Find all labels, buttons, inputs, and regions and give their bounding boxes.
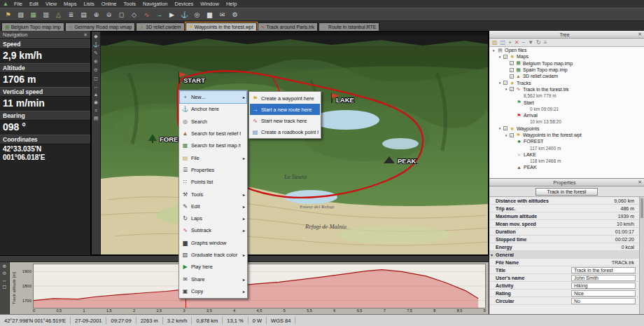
context-menu-item[interactable]: ✎ Edit ▸	[180, 201, 246, 212]
visibility-checkbox[interactable]: ✓	[510, 61, 514, 65]
close-file-icon[interactable]: ✕	[514, 39, 519, 46]
play-icon[interactable]: ▶	[166, 9, 178, 20]
anchor-icon[interactable]: ⚓	[178, 9, 190, 20]
menu-item[interactable]: Maps	[60, 1, 80, 7]
tree-item[interactable]: ▾ ✓ ⚑ Arrival	[489, 112, 644, 118]
visibility-checkbox[interactable]: ✓	[510, 87, 514, 91]
context-menu-item[interactable]: ⚓ Anchor here ▸	[180, 103, 246, 115]
search-icon[interactable]: ◎	[191, 9, 203, 20]
share-icon[interactable]: ✉	[216, 9, 228, 20]
menu-item[interactable]: View	[42, 1, 60, 7]
menu-item[interactable]: Edit	[26, 1, 42, 7]
tree-item[interactable]: ▾ ✓ ▦ Belgium Topo map.imp	[489, 60, 644, 67]
expand-arrow-icon[interactable]: ▾	[498, 81, 502, 85]
elevation-plot[interactable]	[33, 264, 486, 308]
expand-arrow-icon[interactable]: ▾	[498, 55, 502, 59]
info-icon[interactable]: ◉	[94, 100, 98, 105]
close-icon[interactable]: ✕	[83, 32, 88, 38]
property-value[interactable]: Track in the forest	[571, 267, 636, 273]
route-icon[interactable]: →	[153, 9, 165, 20]
waypoint-manager-icon[interactable]: ⚑	[2, 9, 14, 20]
property-value[interactable]: TRACk.trk	[612, 260, 643, 265]
tree-item[interactable]: ▾ ✓ ■ Maps	[489, 53, 644, 60]
tree-item[interactable]: ▾ ✓ 8,562 km 779 m	[489, 93, 644, 99]
tree-item[interactable]: ▾ ✓ ⚑ Start	[489, 99, 644, 105]
context-menu-item[interactable]: ✉ Share ▸	[180, 273, 246, 285]
lists-icon[interactable]: ≣	[65, 9, 77, 20]
maps-icon[interactable]: ▦	[27, 9, 39, 20]
vector-map-icon[interactable]: ▥	[40, 9, 52, 20]
tree-item[interactable]: ▾ ✓ ⚑ Waypoints in the forest.wpt	[489, 132, 644, 138]
context-menu-item[interactable]: ∿ Subtrack ▸	[180, 224, 246, 236]
visibility-checkbox[interactable]: ✓	[503, 55, 507, 59]
visibility-checkbox[interactable]: ✓	[510, 74, 514, 79]
context-menu-item[interactable]: ▦ Search for best map here ▸	[180, 140, 246, 151]
menu-item[interactable]: Tools	[120, 1, 140, 7]
tree-item[interactable]: ▾ ✓ 10 km 13:58:20	[489, 118, 644, 125]
tree-item[interactable]: ▾ ✓ 117 km 2400 m	[489, 144, 644, 151]
menu-item[interactable]: Navigation	[139, 1, 171, 7]
menu-item[interactable]: File	[10, 1, 26, 7]
context-menu-item[interactable]: ◎ Search ▸	[180, 116, 246, 128]
tree-item[interactable]: ▾ ✓ ▲ 3D relief.cwdem	[489, 73, 644, 79]
new-icon[interactable]: +	[508, 39, 512, 46]
tree-item[interactable]: ▾ ✓ ■ Waypoints	[489, 125, 644, 132]
anchor-icon[interactable]: ⚓	[93, 42, 99, 48]
save-icon[interactable]: ◫	[500, 39, 506, 46]
tree-item[interactable]: ▾ ✓ ▤ Open files	[489, 47, 644, 53]
property-value[interactable]: Hiking	[571, 283, 636, 289]
zoom-window-icon[interactable]: ◻	[94, 76, 98, 81]
menu-item[interactable]: Help	[223, 1, 240, 7]
refresh-icon[interactable]: ↻	[536, 39, 541, 46]
tree-item[interactable]: ▾ ✓ ∿ Track in the forest.trk	[489, 86, 644, 93]
visibility-checkbox[interactable]: ✓	[503, 81, 507, 85]
zoom-out-icon[interactable]: ⊖	[94, 67, 98, 73]
close-icon[interactable]: ✕	[638, 32, 642, 37]
relief-icon[interactable]: ▲	[94, 92, 99, 97]
select-icon[interactable]: ◆	[94, 34, 97, 39]
submenu-item[interactable]: ▤ Create a roadbook point here	[250, 126, 320, 137]
zoom-out-icon[interactable]: ⊖	[3, 271, 7, 276]
property-value[interactable]: 9,060 km	[614, 198, 643, 203]
print-icon[interactable]: ▤	[78, 9, 90, 20]
context-menu-item[interactable]: ▧ Graduate track color ▸	[180, 249, 246, 261]
document-tab[interactable]: ⚑ Waypoints in the forest.wpt	[186, 22, 257, 31]
zoom-in-icon[interactable]: ⊕	[94, 59, 98, 64]
visibility-checkbox[interactable]: ✓	[510, 133, 514, 137]
map-view[interactable]: START LAKE FOREST	[101, 32, 488, 254]
context-menu-item[interactable]: ↻ Laps ▸	[180, 212, 246, 224]
list-icon[interactable]: ≡	[544, 39, 547, 46]
zoom-in-icon[interactable]: ⊕	[90, 9, 102, 20]
expand-arrow-icon[interactable]: ▾	[491, 48, 496, 53]
zoom-window-icon[interactable]: ◻	[3, 284, 7, 290]
context-menu-item[interactable]: ⚒ Tools ▸	[180, 188, 246, 200]
tree-item[interactable]: ▾ ✓ 0 km 09:09:21	[489, 106, 644, 112]
track-name-button[interactable]: Track in the forest	[536, 188, 598, 196]
document-tab[interactable]: ▦ Germany Road map.vmap	[65, 22, 136, 31]
close-icon[interactable]: ✕	[638, 179, 642, 185]
tree-item[interactable]: ▾ ✓ ■ Tracks	[489, 79, 644, 86]
zoom-out-icon[interactable]: ⊖	[103, 9, 115, 20]
visibility-checkbox[interactable]: ✓	[503, 126, 507, 130]
section-arrow-icon[interactable]: ▾	[491, 252, 496, 257]
open-file-icon[interactable]: ▨	[15, 9, 27, 20]
collapse-icon[interactable]: −	[522, 39, 526, 46]
property-value[interactable]: John Smith	[571, 275, 636, 281]
track-icon[interactable]: ∿	[141, 9, 153, 20]
zoom-in-icon[interactable]: ⊕	[3, 264, 7, 269]
document-tab[interactable]: → Route in Istanbul.RTE	[318, 22, 379, 31]
expand-arrow-icon[interactable]: ▾	[504, 87, 508, 91]
edit-icon[interactable]: ✎	[94, 50, 98, 56]
property-value[interactable]: Nice	[571, 290, 636, 297]
tree-item[interactable]: ▾ ✓ ▦ Spain Topo map.imp	[489, 67, 644, 73]
document-tab[interactable]: ▦ Belgium Topo map.imp	[1, 22, 64, 31]
context-menu-item[interactable]: ▲ Search for best relief here ▸	[180, 128, 246, 140]
tree-item[interactable]: ▾ ✓ ▲ PEAK	[489, 164, 644, 170]
settings-icon[interactable]: ⚙	[229, 9, 241, 20]
open-icon[interactable]: ▨	[492, 39, 498, 46]
context-menu-item[interactable]: ▶ Play here ▸	[180, 261, 246, 273]
submenu-item[interactable]: → Start a new route here	[250, 104, 320, 115]
menu-item[interactable]: Window	[197, 1, 223, 7]
context-menu-item[interactable]: ▣ Copy ▸	[180, 285, 246, 297]
pages-icon[interactable]: ▤	[94, 116, 99, 121]
